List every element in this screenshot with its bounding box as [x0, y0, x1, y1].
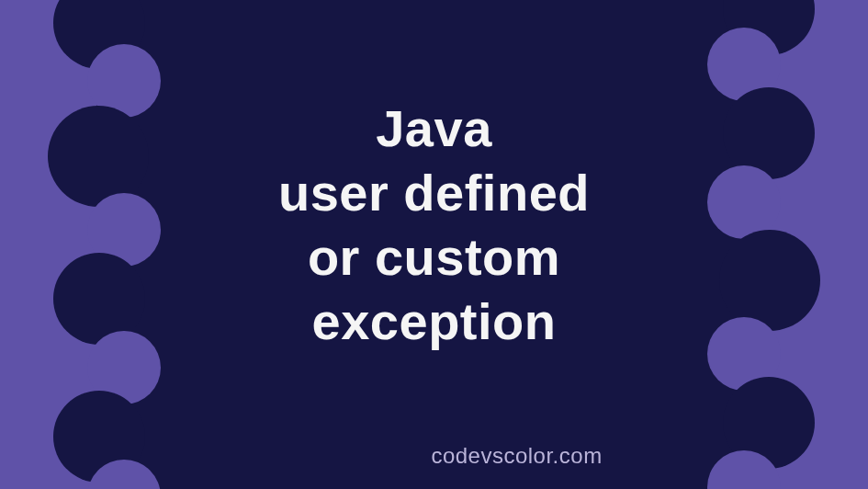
- title-line: or custom: [0, 225, 868, 290]
- main-title: Java user defined or custom exception: [0, 97, 868, 354]
- watermark-text: codevscolor.com: [0, 443, 868, 469]
- title-line: Java: [0, 97, 868, 161]
- graphic-banner: Java user defined or custom exception co…: [0, 0, 868, 489]
- title-line: exception: [0, 290, 868, 354]
- title-line: user defined: [0, 161, 868, 225]
